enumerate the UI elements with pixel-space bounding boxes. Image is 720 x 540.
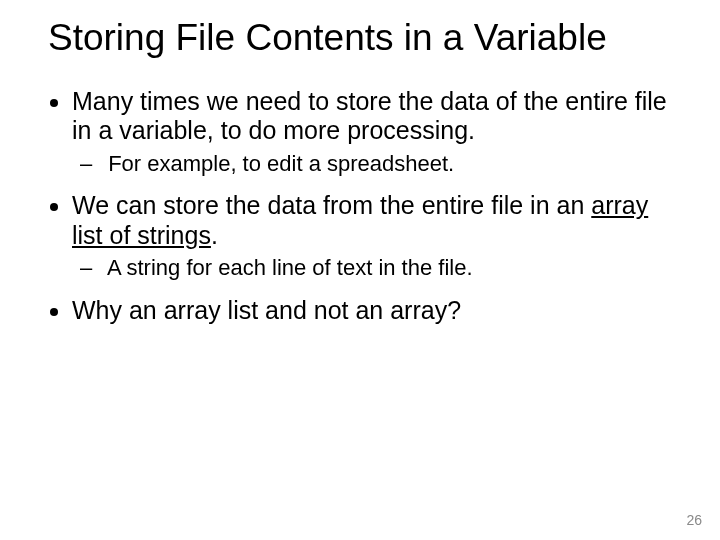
bullet-list: Many times we need to store the data of …	[48, 87, 672, 326]
list-item: We can store the data from the entire fi…	[72, 191, 672, 282]
sub-bullet-text: A string for each line of text in the fi…	[107, 255, 473, 280]
list-item: Why an array list and not an array?	[72, 296, 672, 326]
page-number: 26	[686, 512, 702, 528]
sub-list-item: A string for each line of text in the fi…	[102, 254, 672, 282]
sub-list: For example, to edit a spreadsheet.	[72, 150, 672, 178]
slide-title: Storing File Contents in a Variable	[48, 18, 672, 59]
bullet-text: Many times we need to store the data of …	[72, 87, 667, 145]
bullet-text-after: .	[211, 221, 218, 249]
sub-bullet-text: For example, to edit a spreadsheet.	[108, 151, 454, 176]
slide: Storing File Contents in a Variable Many…	[0, 0, 720, 540]
sub-list-item: For example, to edit a spreadsheet.	[102, 150, 672, 178]
sub-list: A string for each line of text in the fi…	[72, 254, 672, 282]
list-item: Many times we need to store the data of …	[72, 87, 672, 178]
bullet-text: Why an array list and not an array?	[72, 296, 461, 324]
bullet-text-before: We can store the data from the entire fi…	[72, 191, 591, 219]
